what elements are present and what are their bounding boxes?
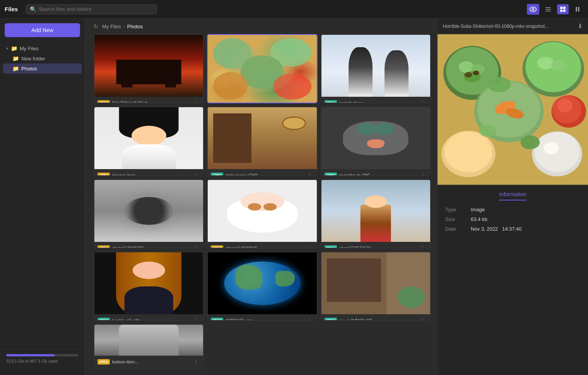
file-badge-8: JPEG xyxy=(211,245,223,248)
more-button-7[interactable]: ⋮ xyxy=(191,244,200,248)
svg-rect-2 xyxy=(545,7,551,8)
sidebar: Add New ▾ 📁 My Files 📁 New folder 📁 Phot… xyxy=(0,19,85,375)
more-button-10[interactable]: ⋮ xyxy=(191,317,200,321)
add-new-button[interactable]: Add New xyxy=(5,23,80,37)
svg-rect-39 xyxy=(438,34,588,185)
photo-card-8[interactable]: JPEG photo164848945... ⋮ xyxy=(207,179,317,248)
folder-icon: 📁 xyxy=(11,45,17,51)
photo-grid: JPEG FXpZWVnVEAEef... ⋮ JPEG Horribl xyxy=(87,34,437,375)
size-label: Size xyxy=(445,216,465,222)
sidebar-item-newfolder-label: New folder xyxy=(21,56,45,62)
photo-card-10[interactable]: JPEG tumblr_p5vofm... ⋮ xyxy=(94,252,204,321)
date-label: Date xyxy=(445,226,465,232)
photo-card-1[interactable]: JPEG FXpZWVnVEAEef... ⋮ xyxy=(94,34,204,103)
pause-button[interactable] xyxy=(572,4,583,14)
size-value: 63.4 kb xyxy=(471,216,487,222)
sidebar-item-photos-label: Photos xyxy=(21,66,37,72)
more-button-9[interactable]: ⋮ xyxy=(419,244,427,248)
panel-filename: Horrible-Subs-Shikioriori-00-1080p-mkv-s… xyxy=(443,24,574,29)
more-button-5[interactable]: ⋮ xyxy=(305,171,314,176)
file-badge-4: JPEG xyxy=(97,173,110,176)
breadcrumb: ↻ My Files › Photos xyxy=(87,19,437,34)
photo-footer-5: JPEG lesly-juarez-EW2... ⋮ xyxy=(208,169,316,176)
photo-card-4[interactable]: JPEG images.jpeg ⋮ xyxy=(94,106,204,176)
more-button-12[interactable]: ⋮ xyxy=(419,317,427,321)
more-button-1[interactable]: ⋮ xyxy=(191,99,200,103)
sidebar-item-myfiles[interactable]: ▾ 📁 My Files xyxy=(3,43,82,53)
photo-footer-2: JPEG Horrible-Subs-Sh... ⋮ xyxy=(208,103,316,103)
file-name-3: hqdefault.jpg xyxy=(339,101,416,103)
eye-view-button[interactable] xyxy=(527,4,539,15)
file-name-9: photo523573171... xyxy=(339,246,416,248)
file-badge-6: JPEG xyxy=(325,173,337,176)
breadcrumb-separator: › xyxy=(123,24,125,29)
sidebar-footer: 313.5 Gb of 467.3 Gb used xyxy=(0,349,85,370)
more-button-3[interactable]: ⋮ xyxy=(419,99,427,103)
storage-bar xyxy=(6,354,79,356)
information-tab[interactable]: Information xyxy=(499,191,526,200)
file-name-12: wu-yi-3lJMJ3g37I... xyxy=(339,318,416,321)
photo-footer-3: JPEG hqdefault.jpg ⋮ xyxy=(321,97,430,103)
type-value: Image xyxy=(471,207,485,212)
svg-rect-10 xyxy=(578,7,579,12)
panel-header: Horrible-Subs-Shikioriori-00-1080p-mkv-s… xyxy=(438,19,588,34)
file-badge-9: JPEG xyxy=(325,245,337,248)
photo-footer-12: JPEG wu-yi-3lJMJ3g37I... ⋮ xyxy=(321,314,430,321)
file-name-1: FXpZWVnVEAEef... xyxy=(112,101,189,103)
photo-card-6[interactable]: JPEG musicfox-fx-R9F... ⋮ xyxy=(321,106,431,176)
photo-footer-10: JPEG tumblr_p5vofm... ⋮ xyxy=(94,314,203,321)
file-badge-5: JPEG xyxy=(211,173,223,176)
content-area: ↻ My Files › Photos JPEG FXpZWVnVEAEef..… xyxy=(87,19,437,375)
search-container: 🔍 xyxy=(26,4,157,14)
photo-card-2[interactable]: JPEG Horrible-Subs-Sh... ⋮ xyxy=(207,34,317,103)
folder-icon-new: 📁 xyxy=(12,55,19,62)
download-icon[interactable]: ⬇ xyxy=(578,22,583,30)
sidebar-tree: ▾ 📁 My Files 📁 New folder 📁 Photos xyxy=(0,43,85,349)
sidebar-item-newfolder[interactable]: 📁 New folder xyxy=(3,53,82,63)
photo-card-7[interactable]: JPEG photo164845926... ⋮ xyxy=(94,179,204,248)
file-name-4: images.jpeg xyxy=(112,173,189,176)
svg-point-0 xyxy=(530,7,537,12)
more-button-13[interactable]: ⋮ xyxy=(191,358,200,366)
file-name-8: photo164848945... xyxy=(226,246,303,248)
photo-card-5[interactable]: JPEG lesly-juarez-EW2... ⋮ xyxy=(207,106,317,176)
svg-rect-7 xyxy=(560,9,562,12)
sidebar-item-photos[interactable]: 📁 Photos xyxy=(3,63,82,74)
file-badge-11: JPEG xyxy=(211,318,223,321)
file-name-11: WTPXYEu.jpg xyxy=(226,318,303,321)
photo-thumb-2 xyxy=(208,35,316,103)
photo-card-11[interactable]: JPEG WTPXYEu.jpg ⋮ xyxy=(207,252,317,321)
svg-rect-8 xyxy=(563,9,566,12)
info-tab-header: Information xyxy=(445,191,580,200)
search-icon: 🔍 xyxy=(30,6,36,12)
grid-view-button[interactable] xyxy=(557,4,569,14)
more-button-6[interactable]: ⋮ xyxy=(419,171,427,176)
folder-icon-photos: 📁 xyxy=(12,65,19,72)
photo-card-9[interactable]: JPEG photo523573171... ⋮ xyxy=(321,179,431,248)
photo-footer-7: JPEG photo164845926... ⋮ xyxy=(94,242,203,248)
photo-footer-8: JPEG photo164848945... ⋮ xyxy=(208,242,316,248)
breadcrumb-root[interactable]: My Files xyxy=(102,24,121,29)
photo-card-3[interactable]: JPEG hqdefault.jpg ⋮ xyxy=(321,34,431,103)
file-badge-7: JPEG xyxy=(97,245,110,248)
photo-footer-1: JPEG FXpZWVnVEAEef... ⋮ xyxy=(94,97,203,103)
topbar-actions xyxy=(527,4,583,15)
more-button-4[interactable]: ⋮ xyxy=(191,171,200,176)
photo-card-13[interactable]: JPEG bottom-item... ⋮ xyxy=(94,324,204,369)
more-button-8[interactable]: ⋮ xyxy=(305,244,314,248)
file-badge-3: JPEG xyxy=(325,100,337,103)
photo-footer-9: JPEG photo523573171... ⋮ xyxy=(321,242,430,248)
refresh-icon[interactable]: ↻ xyxy=(94,23,98,29)
search-input[interactable] xyxy=(39,6,153,12)
photo-footer-4: JPEG images.jpeg ⋮ xyxy=(94,169,203,176)
photo-footer-11: JPEG WTPXYEu.jpg ⋮ xyxy=(208,314,316,321)
topbar: Files 🔍 xyxy=(0,0,588,19)
type-label: Type xyxy=(445,207,465,212)
app-title: Files xyxy=(5,6,18,12)
photo-footer-13: JPEG bottom-item... ⋮ xyxy=(94,356,203,368)
photo-card-12[interactable]: JPEG wu-yi-3lJMJ3g37I... ⋮ xyxy=(321,252,431,321)
more-button-11[interactable]: ⋮ xyxy=(305,317,314,321)
svg-rect-9 xyxy=(576,7,577,12)
file-name-10: tumblr_p5vofm... xyxy=(112,318,189,321)
list-view-button[interactable] xyxy=(542,4,554,14)
